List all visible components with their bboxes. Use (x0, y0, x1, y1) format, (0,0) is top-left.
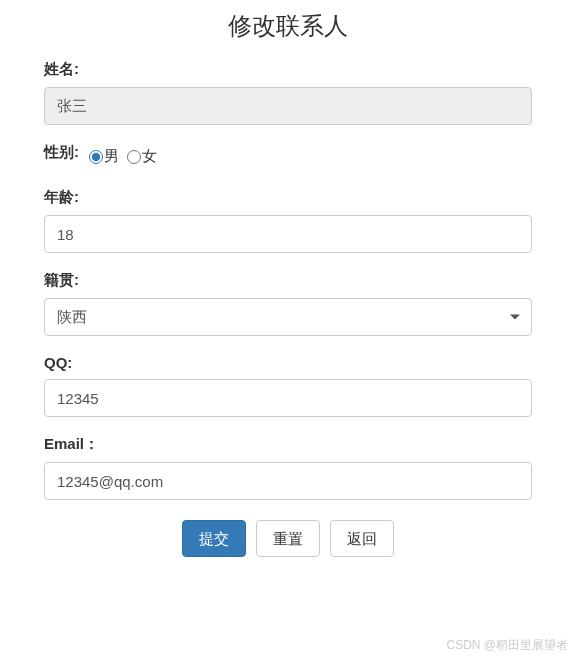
name-group: 姓名: (44, 60, 532, 125)
gender-label: 性别: (44, 143, 79, 162)
email-input[interactable] (44, 462, 532, 500)
qq-group: QQ: (44, 354, 532, 417)
qq-label: QQ: (44, 354, 532, 371)
gender-female-text: 女 (142, 147, 157, 166)
age-group: 年龄: (44, 188, 532, 253)
email-group: Email： (44, 435, 532, 500)
reset-button[interactable]: 重置 (256, 520, 320, 557)
page-title: 修改联系人 (44, 10, 532, 42)
edit-contact-form: 修改联系人 姓名: 性别: 男 女 年龄: 籍贯: 陕西 QQ: Email： (0, 10, 576, 557)
button-row: 提交 重置 返回 (44, 520, 532, 557)
age-input[interactable] (44, 215, 532, 253)
submit-button[interactable]: 提交 (182, 520, 246, 557)
gender-female-radio[interactable] (127, 150, 141, 164)
age-label: 年龄: (44, 188, 532, 207)
name-label: 姓名: (44, 60, 532, 79)
qq-input[interactable] (44, 379, 532, 417)
name-input[interactable] (44, 87, 532, 125)
back-button[interactable]: 返回 (330, 520, 394, 557)
gender-male-option[interactable]: 男 (89, 147, 119, 166)
gender-male-text: 男 (104, 147, 119, 166)
origin-select[interactable]: 陕西 (44, 298, 532, 336)
gender-male-radio[interactable] (89, 150, 103, 164)
origin-select-wrapper: 陕西 (44, 298, 532, 336)
gender-group: 性别: 男 女 (44, 143, 532, 170)
gender-female-option[interactable]: 女 (127, 147, 157, 166)
email-label: Email： (44, 435, 532, 454)
origin-group: 籍贯: 陕西 (44, 271, 532, 336)
origin-label: 籍贯: (44, 271, 532, 290)
